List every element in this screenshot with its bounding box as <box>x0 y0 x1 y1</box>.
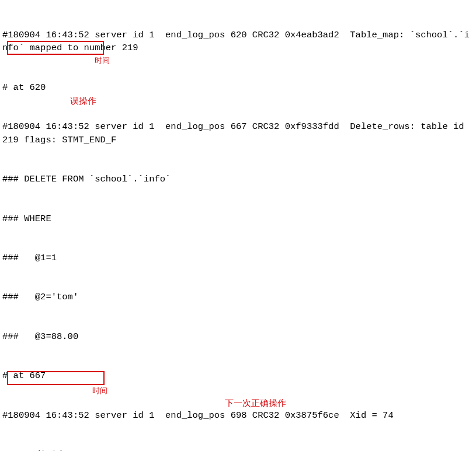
log-line: COMMIT/*!*/; <box>2 448 474 451</box>
log-line: #180904 16:43:52 server id 1 end_log_pos… <box>2 409 474 422</box>
log-line: ### @3=88.00 <box>2 330 474 343</box>
binlog-output: #180904 16:43:52 server id 1 end_log_pos… <box>2 2 474 451</box>
log-line: # at 620 <box>2 81 474 94</box>
log-line: #180904 16:43:52 server id 1 end_log_pos… <box>2 29 474 55</box>
log-line: #180904 16:43:52 server id 1 end_log_pos… <box>2 120 474 146</box>
log-line: ### @1=1 <box>2 251 474 264</box>
log-line: # at 667 <box>2 369 474 382</box>
log-line: ### DELETE FROM `school`.`info` <box>2 173 474 186</box>
log-line: ### @2='tom' <box>2 291 474 303</box>
log-line: ### WHERE <box>2 212 474 225</box>
